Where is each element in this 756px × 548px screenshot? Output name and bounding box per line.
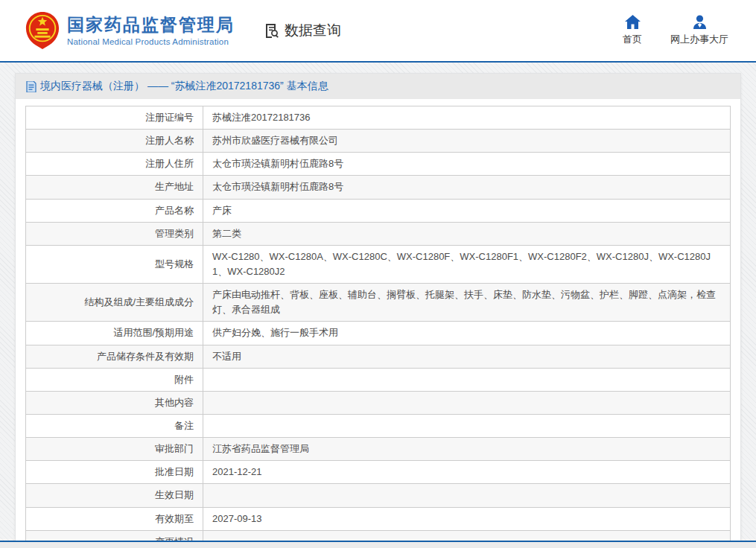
row-value: 苏械注准20172181736 (203, 106, 731, 130)
national-emblem-logo (25, 11, 60, 50)
nav-item-service-hall[interactable]: 网上办事大厅 (670, 15, 728, 46)
row-value: 产床由电动推杆、背板、座板、辅助台、搁臂板、托腿架、扶手、床垫、防水垫、污物盆、… (203, 284, 731, 322)
table-row: 产品名称产床 (26, 199, 731, 222)
nav-item-label: 首页 (623, 33, 642, 46)
row-label: 适用范围/预期用途 (26, 322, 203, 345)
row-label: 型号规格 (26, 245, 203, 283)
row-label: 有效期至 (26, 507, 203, 530)
person-icon (693, 15, 707, 29)
home-icon (625, 15, 641, 29)
table-row: 其他内容 (26, 391, 731, 414)
row-value (203, 391, 731, 414)
row-value: 第二类 (203, 222, 731, 245)
data-query-label: 数据查询 (285, 21, 341, 40)
row-label: 注册证编号 (26, 106, 203, 130)
table-row: 有效期至2027-09-13 (26, 507, 731, 530)
document-icon (26, 81, 36, 92)
row-label: 管理类别 (26, 222, 203, 245)
row-label: 注册人住所 (26, 153, 203, 176)
row-label: 生效日期 (26, 484, 203, 507)
row-label: 生产地址 (26, 176, 203, 199)
table-row: 生效日期 (26, 484, 731, 507)
row-value (203, 368, 731, 391)
info-table-body: 注册证编号苏械注准20172181736注册人名称苏州市欣盛医疗器械有限公司注册… (26, 106, 731, 548)
row-value: WX-C1280、WX-C1280A、WX-C1280C、WX-C1280F、W… (203, 245, 731, 283)
table-row: 注册人名称苏州市欣盛医疗器械有限公司 (26, 130, 731, 153)
row-value: 江苏省药品监督管理局 (203, 438, 731, 461)
document-search-icon (263, 22, 281, 39)
row-value (203, 484, 731, 507)
table-row: 注册证编号苏械注准20172181736 (26, 106, 731, 130)
row-label: 产品储存条件及有效期 (26, 345, 203, 368)
brand-text: 国家药品监督管理局 National Medical Products Admi… (67, 15, 235, 46)
row-value: 2027-09-13 (203, 507, 731, 530)
nav-item-home[interactable]: 首页 (623, 15, 642, 46)
data-query-tab[interactable]: 数据查询 (263, 21, 341, 40)
table-row: 产品储存条件及有效期不适用 (26, 345, 731, 368)
table-row: 结构及组成/主要组成成分产床由电动推杆、背板、座板、辅助台、搁臂板、托腿架、扶手… (26, 284, 731, 322)
row-label: 产品名称 (26, 199, 203, 222)
table-row: 附件 (26, 368, 731, 391)
panel-titlebar: 境内医疗器械（注册） —— “苏械注准20172181736” 基本信息 (16, 74, 740, 99)
content-panel: 境内医疗器械（注册） —— “苏械注准20172181736” 基本信息 注册证… (15, 73, 741, 548)
table-row: 审批部门江苏省药品监督管理局 (26, 438, 731, 461)
row-label: 备注 (26, 414, 203, 437)
row-value: 2021-12-21 (203, 461, 731, 484)
table-row: 适用范围/预期用途供产妇分娩、施行一般手术用 (26, 322, 731, 345)
row-value: 供产妇分娩、施行一般手术用 (203, 322, 731, 345)
table-row: 备注 (26, 414, 731, 437)
row-label: 审批部门 (26, 438, 203, 461)
row-value: 不适用 (203, 345, 731, 368)
header: 国家药品监督管理局 National Medical Products Admi… (0, 0, 756, 63)
table-row: 型号规格WX-C1280、WX-C1280A、WX-C1280C、WX-C128… (26, 245, 731, 283)
org-name-en: National Medical Products Administration (67, 37, 235, 46)
row-label: 结构及组成/主要组成成分 (26, 284, 203, 322)
table-row: 管理类别第二类 (26, 222, 731, 245)
row-value (203, 414, 731, 437)
table-row: 批准日期2021-12-21 (26, 461, 731, 484)
row-label: 注册人名称 (26, 130, 203, 153)
row-value: 太仓市璜泾镇新明村伍鹿路8号 (203, 176, 731, 199)
page-title: 境内医疗器械（注册） —— “苏械注准20172181736” 基本信息 (40, 80, 328, 93)
row-label: 批准日期 (26, 461, 203, 484)
table-row: 注册人住所太仓市璜泾镇新明村伍鹿路8号 (26, 153, 731, 176)
top-nav: 首页 网上办事大厅 (623, 15, 728, 46)
table-wrap: 注册证编号苏械注准20172181736注册人名称苏州市欣盛医疗器械有限公司注册… (25, 106, 731, 548)
nav-item-label: 网上办事大厅 (670, 33, 728, 46)
row-value: 太仓市璜泾镇新明村伍鹿路8号 (203, 153, 731, 176)
org-name-cn: 国家药品监督管理局 (67, 15, 235, 36)
row-label: 附件 (26, 368, 203, 391)
row-value: 苏州市欣盛医疗器械有限公司 (203, 130, 731, 153)
row-value: 产床 (203, 199, 731, 222)
info-table: 注册证编号苏械注准20172181736注册人名称苏州市欣盛医疗器械有限公司注册… (25, 106, 731, 548)
footer-strip (0, 541, 756, 548)
table-row: 生产地址太仓市璜泾镇新明村伍鹿路8号 (26, 176, 731, 199)
row-label: 其他内容 (26, 391, 203, 414)
brand[interactable]: 国家药品监督管理局 National Medical Products Admi… (25, 11, 235, 50)
